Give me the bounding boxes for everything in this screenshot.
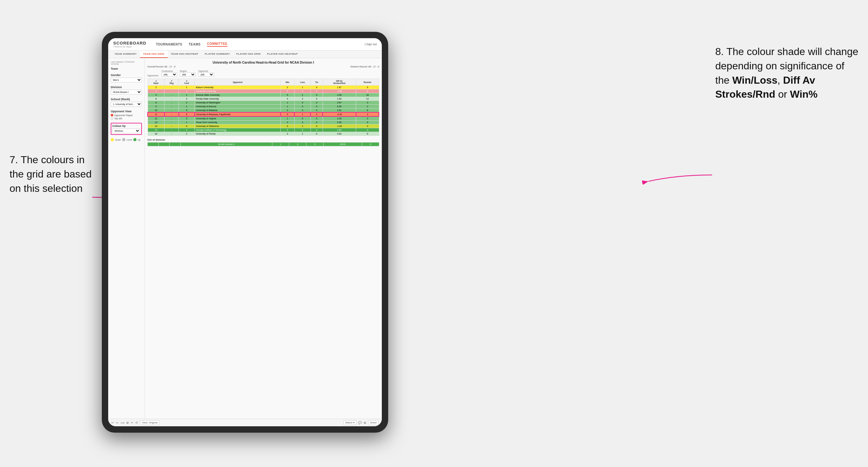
opponent-select[interactable]: (All)	[198, 72, 214, 77]
table-header-row: #Rank #Reg #Conf Opponent Win Loss Tie D…	[148, 79, 379, 86]
team-section: Team	[111, 67, 142, 70]
radio-group: Opponents Played Top 100	[111, 114, 142, 120]
table-row: 3-2Vanderbilt University040-2.298	[148, 89, 379, 93]
table-row: 11-6University of Arkansas, Fayetteville…	[148, 112, 379, 117]
region-label: Region	[180, 70, 196, 72]
comment-icon[interactable]: 💬	[358, 421, 362, 424]
out-of-division: Out of division NCAA Division II 1 0 0	[147, 138, 379, 146]
logo-sub: Powered by clippd	[113, 45, 146, 48]
data-table: #Rank #Reg #Conf Opponent Win Loss Tie D…	[147, 79, 379, 136]
school-label: School (Rank)	[111, 98, 142, 101]
conference-filter: Conference (All)	[161, 70, 177, 77]
opponents-label: Opponents:	[147, 74, 159, 77]
col-opponent: Opponent	[195, 79, 281, 86]
out-of-div-row: NCAA Division II 1 0 0 26.00 3	[148, 143, 379, 146]
out-div-name: NCAA Division II	[180, 143, 272, 146]
opponent-view-label: Opponent View	[111, 110, 142, 113]
grid-subtitle: Overall Record: 89 - 17 - 0 Division Rec…	[147, 65, 379, 68]
copy-icon[interactable]: ⊞	[126, 421, 129, 424]
opponent-label: Opponent	[198, 70, 214, 72]
overall-record: Overall Record: 89 - 17 - 0	[147, 65, 175, 68]
col-reg: #Reg	[164, 79, 179, 86]
nav-committee[interactable]: COMMITTEE	[207, 42, 228, 47]
view-original-btn[interactable]: View: Original	[140, 420, 159, 425]
grid-title: University of North Carolina Head-to-Hea…	[147, 61, 379, 64]
table-row: 2-1Auburn University2101.679	[148, 86, 379, 89]
col-diff: Diff AvStrokes/Rnd	[323, 79, 356, 86]
color-legend: Down Level Up	[111, 138, 142, 141]
sub-nav-player-h2h-heatmap[interactable]: PLAYER H2H HEATMAP	[264, 51, 301, 58]
region-select[interactable]: (All)	[180, 72, 196, 77]
col-win: Win	[281, 79, 294, 86]
logo-text: SCOREBOARD	[113, 41, 146, 45]
radio-top100[interactable]: Top 100	[111, 117, 142, 120]
division-record: Division Record: 88 - 17 - 0	[350, 65, 379, 68]
opponent-view-section: Opponent View Opponents Played Top 100	[111, 110, 142, 120]
top-nav: SCOREBOARD Powered by clippd TOURNAMENTS…	[108, 38, 382, 51]
last-updated: Last Updated: 27/03/2024 16:55:38	[111, 61, 142, 65]
col-rank: #Rank	[148, 79, 164, 86]
watch-btn[interactable]: Watch ▾	[343, 420, 356, 425]
col-rounds: Rounds	[356, 79, 379, 86]
out-of-div-table: NCAA Division II 1 0 0 26.00 3	[147, 142, 379, 146]
main-content: Last Updated: 27/03/2024 16:55:38 Team G…	[108, 58, 382, 418]
level-color-dot	[122, 138, 125, 141]
filters-row: Opponents: Conference (All) Region (All)	[147, 70, 379, 77]
school-section: School (Rank) 1. University of Nort...	[111, 98, 142, 106]
team-label: Team	[111, 67, 142, 70]
radio-dot-selected	[111, 114, 113, 117]
up-color-dot	[133, 138, 136, 141]
region-filter: Region (All)	[180, 70, 196, 77]
division-label: Division	[111, 86, 142, 89]
conference-select[interactable]: (All)	[161, 72, 177, 77]
annotation-left: 7. The colours in the grid are based on …	[9, 153, 95, 195]
colour-by-select[interactable]: Win/loss	[112, 128, 140, 133]
col-loss: Loss	[294, 79, 311, 86]
sign-out[interactable]: | Sign out	[365, 43, 377, 46]
forward-icon[interactable]: ⟶	[120, 421, 124, 424]
nav-teams[interactable]: TEAMS	[189, 43, 201, 46]
clock-icon[interactable]: ⏱	[135, 421, 138, 424]
nav-tournaments[interactable]: TOURNAMENTS	[156, 43, 182, 46]
down-color-dot	[111, 138, 114, 141]
sub-nav-player-summary[interactable]: PLAYER SUMMARY	[202, 51, 233, 58]
gender-select[interactable]: Men's	[111, 77, 142, 83]
radio-opponents-played[interactable]: Opponents Played	[111, 114, 142, 117]
gender-section: Gender Men's	[111, 73, 142, 83]
table-row: 15-4Georgia Institute of Technology5004.…	[148, 128, 379, 132]
undo-icon[interactable]: ↩	[111, 421, 114, 424]
grid-icon[interactable]: ⊞	[364, 421, 366, 424]
sub-nav-team-h2h-grid[interactable]: TEAM H2H GRID	[140, 51, 168, 58]
out-div-loss: 0	[289, 143, 306, 146]
logo-area: SCOREBOARD Powered by clippd	[113, 41, 146, 48]
radio-dot-unselected	[111, 117, 113, 120]
out-div-diff: 26.00	[323, 143, 362, 146]
table-row: 8-2University of Washington1003.673	[148, 101, 379, 105]
col-conf: #Conf	[179, 79, 195, 86]
opponent-filter: Opponent (All)	[198, 70, 214, 77]
share-btn[interactable]: Share	[368, 420, 379, 425]
out-div-reg	[158, 143, 169, 146]
sub-nav-team-summary[interactable]: TEAM SUMMARY	[111, 51, 140, 58]
annotation-right: 8. The colour shade will change dependin…	[715, 44, 859, 101]
redo-icon[interactable]: ↪	[116, 421, 118, 424]
out-of-div-label: Out of division	[147, 138, 379, 141]
tablet-frame: SCOREBOARD Powered by clippd TOURNAMENTS…	[102, 32, 388, 433]
colour-by-label: Colour by	[112, 124, 140, 128]
left-panel: Last Updated: 27/03/2024 16:55:38 Team G…	[108, 58, 145, 418]
sub-nav-player-h2h-grid[interactable]: PLAYER H2H GRID	[233, 51, 264, 58]
cut-icon[interactable]: ✂	[131, 421, 133, 424]
division-select[interactable]: NCAA Division I	[111, 90, 142, 94]
sub-nav-team-h2h-heatmap[interactable]: TEAM H2H HEATMAP	[168, 51, 202, 58]
table-row: 9-1University of Arizona1009.002	[148, 105, 379, 108]
school-select[interactable]: 1. University of Nort...	[111, 102, 142, 106]
table-row: 6-2Florida State University4201.8312	[148, 97, 379, 101]
table-row: 4-1Arizona State University5102.2816	[148, 93, 379, 97]
table-row: 14-0University of Oklahoma310-1.003	[148, 124, 379, 128]
out-div-conf	[169, 143, 181, 146]
table-row: 16-2University of Florida3104.629	[148, 132, 379, 136]
division-section: Division NCAA Division I	[111, 86, 142, 94]
gender-label: Gender	[111, 73, 142, 77]
arrow-right	[642, 165, 712, 185]
table-row: 12-3University of Virginia1002.333	[148, 117, 379, 121]
